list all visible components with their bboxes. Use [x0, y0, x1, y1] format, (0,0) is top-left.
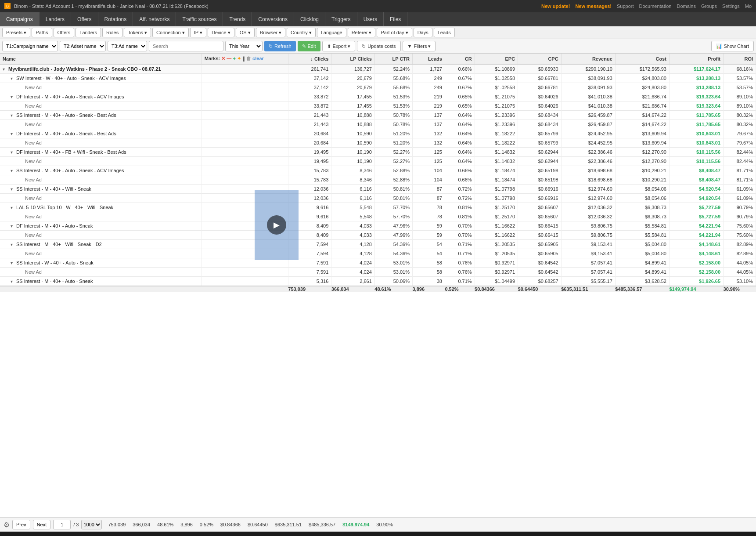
totals-cr: 0.52%	[445, 286, 475, 292]
cell-lpCtr: 47.96%	[374, 221, 412, 231]
country-button[interactable]: Country ▾	[287, 28, 316, 37]
cell-revenue: $5,555.17	[561, 277, 615, 286]
expand-icon[interactable]: ▾	[11, 113, 15, 118]
nav-rotations[interactable]: Rotations	[98, 12, 133, 26]
cell-cpc: $0.65607	[518, 212, 562, 221]
expand-icon[interactable]: ▾	[11, 205, 15, 210]
prev-page-button[interactable]: Prev	[12, 520, 30, 529]
expand-icon[interactable]: ▾	[11, 242, 15, 247]
paths-button[interactable]: Paths	[32, 28, 52, 37]
ip-button[interactable]: IP ▾	[190, 28, 206, 37]
expand-icon[interactable]: ▾	[11, 261, 15, 265]
expand-icon[interactable]: ▾	[11, 76, 15, 81]
col-header-epc[interactable]: EPC	[475, 54, 518, 64]
more-link[interactable]: Mo	[745, 4, 752, 9]
os-button[interactable]: OS ▾	[236, 28, 255, 37]
nav-conversions[interactable]: Conversions	[252, 12, 294, 26]
expand-icon[interactable]: ▾	[3, 67, 7, 72]
col-header-roi[interactable]: ROI	[724, 54, 756, 64]
t2-select[interactable]: T2:Adset name	[60, 41, 106, 51]
tokens-button[interactable]: Tokens ▾	[124, 28, 151, 37]
next-page-button[interactable]: Next	[33, 520, 51, 529]
page-number-input[interactable]	[53, 520, 71, 529]
row-name-text: DF Interest - M - 40+ - FB + Wifi - Snea…	[16, 149, 126, 155]
t1-select[interactable]: T1:Campaign name	[2, 41, 58, 51]
documentation-link[interactable]: Documentation	[639, 4, 671, 9]
refresh-button[interactable]: ↻ Refresh	[264, 41, 296, 51]
expand-icon[interactable]: ▾	[11, 168, 15, 173]
cell-cpc: $0.66916	[518, 185, 562, 194]
filters-button[interactable]: ▼ Filters ▾	[403, 41, 436, 51]
days-button[interactable]: Days	[414, 28, 432, 37]
export-button[interactable]: ⬆ Export ▾	[322, 41, 356, 51]
nav-files[interactable]: Files	[384, 12, 407, 26]
total-cpc: $0.64450	[248, 522, 268, 527]
edit-button[interactable]: ✎ Edit	[298, 41, 320, 51]
col-header-leads[interactable]: Leads	[413, 54, 445, 64]
nav-users[interactable]: Users	[357, 12, 384, 26]
language-button[interactable]: Language	[317, 28, 346, 37]
col-header-cost[interactable]: Cost	[615, 54, 669, 64]
expand-icon[interactable]: ▾	[11, 279, 15, 284]
referer-button[interactable]: Referer ▾	[348, 28, 376, 37]
col-header-cr[interactable]: CR	[445, 54, 475, 64]
table-row: New Ad21,44310,88850.78%1370.64%$1.23396…	[0, 120, 756, 129]
groups-link[interactable]: Groups	[701, 4, 717, 9]
cell-name: New Ad	[0, 120, 202, 129]
nav-landers[interactable]: Landers	[40, 12, 71, 26]
col-header-lp-ctr[interactable]: LP CTR	[374, 54, 412, 64]
expand-icon[interactable]: ▾	[11, 94, 15, 99]
row-name-text: DF Interest - M - 40+ - Auto - Sneak - B…	[16, 131, 116, 136]
total-profit: $149,974.94	[342, 522, 369, 527]
filter-icon: ▼	[407, 43, 412, 49]
nav-traffic-sources[interactable]: Traffic sources	[176, 12, 223, 26]
expand-icon[interactable]: ▾	[11, 224, 15, 228]
col-header-cpc[interactable]: CPC	[518, 54, 562, 64]
cell-lpCtr: 55.68%	[374, 74, 412, 83]
browser-button[interactable]: Browser ▾	[256, 28, 285, 37]
nav-trends[interactable]: Trends	[223, 12, 252, 26]
expand-icon[interactable]: ▾	[11, 187, 15, 192]
date-range-select[interactable]: This Year This Month Today	[225, 41, 263, 51]
col-header-profit[interactable]: Profit	[669, 54, 723, 64]
new-messages-badge[interactable]: New messages!	[575, 4, 612, 9]
nav-aff-networks[interactable]: Aff. networks	[133, 12, 176, 26]
offers-button[interactable]: Offers	[54, 28, 75, 37]
rules-button[interactable]: Rules	[102, 28, 122, 37]
cell-name: New Ad	[0, 83, 202, 92]
nav-campaigns[interactable]: Campaigns	[0, 12, 40, 26]
cell-cr: 0.81%	[445, 203, 475, 212]
leads-button[interactable]: Leads	[434, 28, 455, 37]
new-update-badge[interactable]: New update!	[541, 4, 570, 9]
nav-clicklog[interactable]: Clicklog	[294, 12, 325, 26]
show-chart-button[interactable]: 📊 Show Chart	[711, 41, 754, 51]
landers-button[interactable]: Landers	[76, 28, 101, 37]
nav-offers[interactable]: Offers	[71, 12, 98, 26]
col-header-clicks[interactable]: ↓ Clicks	[288, 54, 331, 64]
totals-roi: 30.90%	[724, 286, 756, 292]
device-button[interactable]: Device ▾	[208, 28, 234, 37]
expand-icon[interactable]: ▾	[11, 150, 15, 155]
domains-link[interactable]: Domains	[677, 4, 695, 9]
search-input[interactable]	[149, 41, 223, 51]
cell-marks	[202, 148, 288, 157]
update-costs-button[interactable]: ↻ Update costs	[357, 41, 400, 51]
cell-marks	[202, 185, 288, 194]
cell-revenue: $9,806.75	[561, 221, 615, 231]
support-link[interactable]: Support	[617, 4, 634, 9]
settings-link[interactable]: Settings	[722, 4, 740, 9]
presets-button[interactable]: Presets ▾	[2, 28, 30, 37]
row-name-text: New Ad	[25, 159, 42, 164]
col-header-lp-clicks[interactable]: LP Clicks	[331, 54, 375, 64]
settings-gear-icon[interactable]: ⚙	[4, 521, 10, 529]
per-page-select[interactable]: 1000 500 250	[81, 520, 102, 529]
cell-cost: $5,004.80	[615, 240, 669, 249]
col-header-revenue[interactable]: Revenue	[561, 54, 615, 64]
t3-select[interactable]: T3:Ad name	[108, 41, 147, 51]
cell-cost: $12,270.90	[615, 148, 669, 157]
part-of-day-button[interactable]: Part of day ▾	[377, 28, 412, 37]
cell-name: New Ad	[0, 101, 202, 111]
expand-icon[interactable]: ▾	[11, 131, 15, 136]
nav-triggers[interactable]: Triggers	[325, 12, 357, 26]
connection-button[interactable]: Connection ▾	[152, 28, 189, 37]
